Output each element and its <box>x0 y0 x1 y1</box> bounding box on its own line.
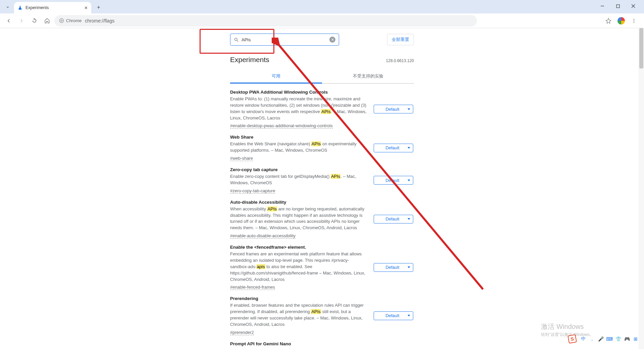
ime-keyboard-icon[interactable]: ⌨ <box>606 336 612 342</box>
search-highlight: APIs <box>311 309 321 314</box>
tab-title: Experiments <box>25 5 82 10</box>
flag-permalink[interactable]: #enable-desktop-pwas-additional-windowin… <box>230 123 333 129</box>
flag-permalink[interactable]: #enable-fenced-frames <box>230 285 275 290</box>
flag-description: Enable PWAs to: (1) manually recreate th… <box>230 96 367 121</box>
flag-state-dropdown[interactable]: Default <box>374 311 413 320</box>
ime-shirt-icon[interactable]: 👕 <box>615 336 621 342</box>
url-text: chrome://flags <box>85 18 114 23</box>
search-highlight: apis <box>257 264 265 269</box>
ime-tray: S 中 ， 🎤 ⌨ 👕 🎮 ⊞ <box>568 335 639 343</box>
flag-description: Enables the exploratory Prompt API, allo… <box>230 348 367 349</box>
reload-icon[interactable] <box>29 15 40 26</box>
flag-row: PrerenderingIf enabled, browser features… <box>230 296 414 335</box>
tab-unavailable[interactable]: 不受支持的实验 <box>322 70 414 83</box>
flag-row: Desktop PWA Additional Windowing Control… <box>230 90 414 129</box>
flag-title: Prompt API for Gemini Nano <box>230 341 367 346</box>
scrollbar-track[interactable] <box>639 28 644 349</box>
ime-punct-icon[interactable]: ， <box>589 336 595 342</box>
close-tab-icon[interactable]: ✕ <box>84 5 88 10</box>
tab-available[interactable]: 可用 <box>230 70 322 84</box>
reset-all-button[interactable]: 全部重置 <box>387 34 414 45</box>
clear-search-icon[interactable]: ✕ <box>329 37 335 43</box>
browser-toolbar: Chrome chrome://flags <box>0 13 644 28</box>
flag-state-dropdown[interactable]: Default <box>374 105 413 113</box>
version-text: 128.0.6613.120 <box>386 58 414 63</box>
flag-title: Zero-copy tab capture <box>230 167 367 172</box>
page-title: Experiments <box>230 56 269 64</box>
maximize-icon[interactable] <box>610 1 625 11</box>
svg-point-6 <box>634 19 634 19</box>
flag-title: Web Share <box>230 135 367 140</box>
flag-description: Enables the Web Share (navigator.share) … <box>230 141 367 154</box>
scrollbar-thumb[interactable] <box>639 28 643 68</box>
flag-description: When accessibility APIs are no longer be… <box>230 206 367 231</box>
flag-permalink[interactable]: #prerender2 <box>230 330 254 335</box>
close-window-icon[interactable] <box>626 1 641 11</box>
star-icon[interactable] <box>604 16 613 26</box>
flag-row: Zero-copy tab captureEnable zero-copy co… <box>230 167 414 194</box>
minimize-icon[interactable] <box>595 1 610 11</box>
svg-point-7 <box>634 20 634 21</box>
search-flags-input-wrap: ✕ <box>230 34 339 46</box>
flag-row: Prompt API for Gemini NanoEnables the ex… <box>230 341 414 349</box>
flag-title: Desktop PWA Additional Windowing Control… <box>230 90 367 95</box>
tabs-dropdown-icon[interactable] <box>3 3 12 11</box>
flag-title: Auto-disable Accessibility <box>230 200 367 205</box>
menu-icon[interactable] <box>629 16 639 26</box>
flag-permalink[interactable]: #enable-auto-disable-accessibility <box>230 233 296 239</box>
search-flags-input[interactable] <box>241 37 327 42</box>
flag-row: Web ShareEnables the Web Share (navigato… <box>230 135 414 161</box>
flag-row: Enable the <fencedframe> element.Fenced … <box>230 245 414 290</box>
svg-point-8 <box>634 22 634 22</box>
search-highlight: APIs <box>321 109 331 114</box>
browser-tab-strip: Experiments ✕ + <box>0 0 644 13</box>
flag-row: Auto-disable AccessibilityWhen accessibi… <box>230 200 414 239</box>
flag-state-dropdown[interactable]: Default <box>374 215 413 223</box>
flag-permalink[interactable]: #zero-copy-tab-capture <box>230 188 275 194</box>
svg-rect-1 <box>616 5 620 8</box>
ime-grid-icon[interactable]: ⊞ <box>633 336 639 342</box>
flag-permalink[interactable]: #web-share <box>230 156 253 161</box>
address-bar[interactable]: Chrome chrome://flags <box>54 15 477 27</box>
flag-title: Prerendering <box>230 296 367 301</box>
search-highlight: APIs <box>311 141 321 146</box>
search-highlight: APIs <box>267 206 277 211</box>
flag-state-dropdown[interactable]: Default <box>374 144 413 152</box>
flask-icon <box>17 5 23 10</box>
search-highlight: APIs <box>331 174 340 179</box>
ime-game-icon[interactable]: 🎮 <box>624 336 630 342</box>
back-icon[interactable] <box>3 15 14 26</box>
flag-description: If enabled, browser features and the spe… <box>230 302 367 328</box>
flag-description: Fenced frames are an experimental web pl… <box>230 251 367 283</box>
profile-avatar[interactable] <box>616 16 626 26</box>
browser-tab[interactable]: Experiments ✕ <box>14 2 91 13</box>
flag-state-dropdown[interactable]: Default <box>374 263 413 272</box>
flag-description: Enable zero-copy content tab for getDisp… <box>230 173 367 186</box>
svg-point-9 <box>235 38 237 41</box>
ime-lang-icon[interactable]: 中 <box>580 336 586 342</box>
ime-mic-icon[interactable]: 🎤 <box>598 336 604 342</box>
experiment-tabs: 可用 不受支持的实验 <box>230 70 414 84</box>
site-chip: Chrome <box>59 18 82 23</box>
svg-point-4 <box>59 18 64 23</box>
page-viewport: ✕ 全部重置 Experiments 128.0.6613.120 可用 不受支… <box>0 28 644 349</box>
search-icon <box>234 37 239 42</box>
home-icon[interactable] <box>42 15 52 26</box>
svg-point-5 <box>61 20 62 21</box>
new-tab-button[interactable]: + <box>94 3 103 12</box>
flag-state-dropdown[interactable]: Default <box>374 176 413 185</box>
sogou-ime-icon[interactable]: S <box>568 334 577 344</box>
svg-line-10 <box>237 40 238 42</box>
flag-title: Enable the <fencedframe> element. <box>230 245 367 250</box>
forward-icon[interactable] <box>16 15 27 26</box>
